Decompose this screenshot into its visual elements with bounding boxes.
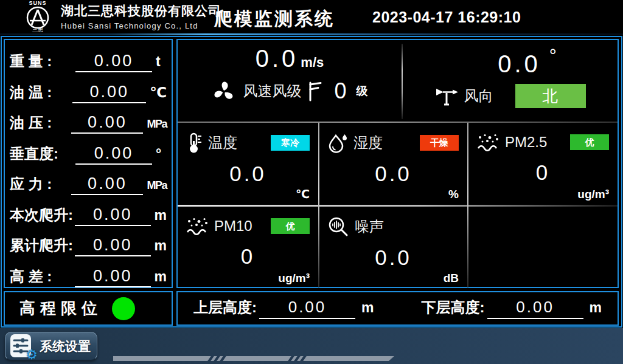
- humidity-status-badge: 干燥: [420, 135, 459, 151]
- wind-direction-label: 风向: [464, 86, 493, 106]
- temperature-status-badge: 寒冷: [271, 135, 310, 151]
- metric-label: 油 温 :: [10, 83, 72, 102]
- lower-height-value: 0.00: [487, 298, 583, 319]
- upper-height-value: 0.00: [259, 298, 355, 319]
- logo-bottom-text: 三思: [16, 27, 60, 33]
- metric-row-oil-temp: 油 温 : 0.00 ℃: [10, 74, 167, 105]
- pm10-unit: ug/m³: [278, 272, 310, 285]
- pm10-cell: PM10 优 0 ug/m³: [178, 207, 318, 289]
- noise-cell: 噪声 0.0 dB: [319, 207, 467, 289]
- settings-sliders-icon: ⚙: [10, 334, 33, 359]
- wind-speed-value: 0.0: [256, 45, 299, 72]
- humidity-unit: %: [448, 188, 459, 201]
- metrics-panel: 重 量 : 0.00 t 油 温 : 0.00 ℃ 油 压 : 0.00 MPa…: [4, 39, 173, 288]
- pm10-status-badge: 优: [271, 218, 310, 234]
- metric-value: 0.00: [75, 144, 152, 165]
- metric-value: 0.00: [71, 174, 143, 195]
- wind-level-value: 0: [334, 78, 346, 104]
- humidity-cell: 湿度 干燥 0.0 %: [319, 123, 467, 205]
- pm25-label: PM2.5: [505, 134, 547, 151]
- upper-height-label: 上层高度:: [193, 298, 257, 317]
- humidity-value: 0.0: [319, 162, 467, 186]
- metric-unit: t: [156, 53, 161, 70]
- elevation-limit-indicator: [112, 297, 135, 320]
- gear-icon: ⚙: [26, 348, 38, 362]
- metric-unit: MPa: [147, 179, 167, 192]
- metric-value: 0.00: [72, 83, 146, 103]
- wind-level-flag-icon: [307, 81, 322, 101]
- metric-row-height-diff: 高 差 : 0.00 m: [10, 258, 167, 289]
- metric-row-current-climb: 本次爬升: 0.00 m: [10, 197, 167, 228]
- pm25-unit: ug/m³: [577, 188, 609, 201]
- layer-heights-panel: 上层高度: 0.00 m 下层高度: 0.00 m: [176, 291, 619, 326]
- datetime-display: 2023-04-17 16:29:10: [372, 9, 521, 26]
- wind-direction-reading: 0.0°: [403, 45, 618, 78]
- company-logo: SUNS 三思: [16, 1, 60, 33]
- metric-value: 0.00: [75, 52, 152, 72]
- noise-unit: dB: [444, 272, 459, 285]
- metric-value: 0.00: [75, 205, 151, 226]
- wind-speed-unit: m/s: [301, 55, 324, 70]
- humidity-label: 湿度: [353, 133, 383, 153]
- particles-icon: [186, 216, 208, 236]
- metric-label: 重 量 :: [10, 52, 75, 71]
- wind-speed-section: 0.0m/s 风速风级 0 级: [178, 40, 402, 122]
- noise-value: 0.0: [319, 246, 467, 270]
- metric-label: 高 差 :: [10, 267, 75, 286]
- metric-label: 本次爬升:: [10, 205, 75, 225]
- metric-row-oil-pressure: 油 压 : 0.00 MPa: [10, 105, 167, 136]
- metric-label: 累计爬升:: [10, 236, 75, 255]
- metric-label: 垂直度:: [10, 144, 75, 163]
- environment-panel: 0.0m/s 风速风级 0 级 0.0°: [176, 39, 619, 288]
- pm10-value: 0: [178, 244, 318, 269]
- upper-height-group: 上层高度: 0.00 m: [193, 298, 374, 319]
- wind-speed-reading: 0.0m/s: [178, 45, 402, 72]
- upper-height-unit: m: [361, 300, 374, 316]
- logo-top-text: SUNS: [16, 1, 60, 6]
- metric-unit: m: [155, 207, 167, 224]
- metric-row-total-climb: 累计爬升: 0.00 m: [10, 227, 167, 258]
- settings-button-label: 系统设置: [40, 338, 91, 355]
- temperature-unit: ℃: [296, 187, 310, 201]
- pm25-cell: PM2.5 优 0 ug/m³: [468, 123, 618, 205]
- fan-icon: [211, 78, 237, 104]
- water-drop-icon: [328, 132, 347, 153]
- metric-unit: MPa: [147, 118, 167, 131]
- metric-label: 应 力 :: [10, 174, 71, 194]
- wind-speed-label: 风速风级: [243, 81, 301, 101]
- metric-unit: ℃: [150, 84, 167, 101]
- system-settings-button[interactable]: ⚙ 系统设置: [5, 332, 97, 360]
- metric-value: 0.00: [71, 113, 143, 134]
- lower-height-group: 下层高度: 0.00 m: [422, 298, 602, 319]
- company-name-cn: 湖北三思科技股份有限公司: [61, 2, 221, 19]
- company-name: 湖北三思科技股份有限公司 Hubei Sansi Technology Co.,…: [61, 2, 221, 30]
- wind-level-unit: 级: [357, 83, 368, 99]
- metric-row-verticality: 垂直度: 0.00 °: [10, 136, 167, 167]
- lower-height-label: 下层高度:: [422, 298, 485, 317]
- metric-value: 0.00: [75, 267, 151, 287]
- thermometer-icon: [186, 132, 202, 153]
- metric-unit: °: [156, 146, 161, 162]
- noise-meter-icon: [328, 216, 349, 237]
- metric-row-weight: 重 量 : 0.00 t: [10, 43, 167, 74]
- temperature-value: 0.0: [178, 162, 318, 186]
- lower-height-unit: m: [590, 300, 602, 316]
- wind-direction-value: 0.0: [498, 50, 541, 77]
- metric-row-stress: 应 力 : 0.00 MPa: [10, 166, 167, 197]
- wind-vane-icon: [435, 86, 458, 106]
- pm25-status-badge: 优: [570, 134, 609, 150]
- decorative-stripe: [113, 356, 394, 361]
- particles-icon: [477, 132, 499, 152]
- metric-label: 油 压 :: [10, 113, 71, 132]
- metric-unit: m: [155, 269, 167, 285]
- header: SUNS 三思 湖北三思科技股份有限公司 Hubei Sansi Technol…: [0, 0, 623, 33]
- pm10-label: PM10: [214, 218, 252, 235]
- wind-direction-unit: °: [549, 45, 557, 65]
- metric-unit: m: [155, 238, 167, 254]
- logo-circle-a-icon: [26, 5, 50, 30]
- wind-direction-button[interactable]: 北: [515, 84, 586, 108]
- temperature-label: 温度: [208, 133, 237, 153]
- elevation-limit-panel: 高程限位: [4, 291, 173, 326]
- noise-label: 噪声: [355, 217, 384, 236]
- page-title: 爬模监测系统: [214, 7, 335, 32]
